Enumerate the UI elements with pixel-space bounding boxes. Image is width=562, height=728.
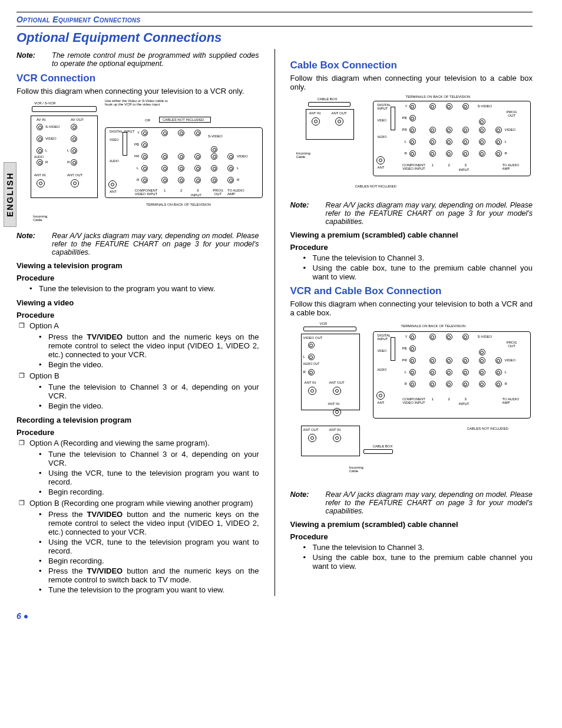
d3-cb: CABLE BOX <box>373 444 393 448</box>
running-header: Optional Equipment Connections <box>16 14 533 27</box>
d2-n1: 1 <box>432 163 434 167</box>
list-item: Begin the video. <box>48 401 259 411</box>
d1-R: R <box>45 160 48 164</box>
d2-cb-body <box>308 102 351 107</box>
list-item: Begin recording. <box>48 487 259 497</box>
d1-L3: L <box>237 166 239 170</box>
d3-jack <box>479 369 485 375</box>
view-video-heading: Viewing a video <box>16 298 259 307</box>
list-item: Using the VCR, tune to the television pr… <box>48 468 259 487</box>
d3-incoming: Incoming Cable <box>349 466 369 473</box>
left-column: Note: The remote control must be program… <box>16 49 259 596</box>
d3-audiolbl: AUDIO <box>378 368 387 371</box>
d1-incoming: Incoming Cable <box>33 215 53 222</box>
d1-jack <box>178 130 184 136</box>
d3-jack <box>409 345 416 352</box>
note-label: Note: <box>290 201 326 226</box>
diagram-vcr: VCR / S-VCR Use either the Video or S-Vi… <box>16 99 259 226</box>
d3-cb-antin: ANT IN <box>329 428 341 431</box>
d3-jack <box>308 369 315 375</box>
d3-toamp: TO AUDIO AMP <box>503 397 523 404</box>
d1-jack <box>141 165 148 172</box>
d1-vid: VIDEO <box>110 138 119 141</box>
d3-jack <box>429 357 436 364</box>
d2-jack <box>429 150 436 157</box>
d1-jack <box>227 177 234 183</box>
d1-pr: PR <box>134 154 139 158</box>
d3-jack <box>446 357 452 364</box>
d3-jack <box>333 434 341 442</box>
d1-jack <box>71 159 77 166</box>
d1-jack <box>178 153 184 160</box>
rec-a: Option A (Recording and viewing the same… <box>16 438 259 448</box>
d3-L2: L <box>405 370 406 374</box>
diagram-vcr-cable: VCR VIDEO OUT L AUDIO OUT R ANT IN ANT O… <box>290 321 533 485</box>
d1-Rrow: R <box>137 178 139 182</box>
d1-jack <box>227 165 234 172</box>
d2-jack <box>495 150 502 157</box>
d3-jack <box>446 381 452 387</box>
d1-jack <box>178 177 184 183</box>
d3-vlabel: VIDEO <box>505 358 516 362</box>
d1-jack <box>161 153 168 160</box>
d2-jack <box>462 103 469 110</box>
d3-jack <box>409 369 416 375</box>
d3-jack <box>409 381 416 387</box>
d2-jack <box>429 103 436 110</box>
premium-heading-2: Viewing a premium (scrambled) cable chan… <box>290 520 533 529</box>
d3-comp: COMPONENT VIDEO INPUT <box>401 397 427 404</box>
note-body: The remote control must be programmed wi… <box>52 51 259 68</box>
cable-intro: Follow this diagram when connecting your… <box>290 74 533 91</box>
d3-prog: PROG OUT <box>505 341 519 348</box>
rec-b: Option B (Recording one program while vi… <box>16 498 259 508</box>
d3-antlbl: ANT <box>378 401 385 404</box>
d1-audio: AUDIO <box>34 155 44 159</box>
d2-dslot <box>391 107 395 130</box>
d1-jack <box>37 136 43 142</box>
d2-L2: L <box>505 140 507 143</box>
d1-jack <box>71 136 77 142</box>
d1-jack <box>141 177 148 183</box>
list-item: Begin recording. <box>48 556 259 566</box>
d3-R: R <box>303 370 306 374</box>
d1-jack <box>211 146 217 153</box>
d1-video2: VIDEO <box>237 154 248 158</box>
rule-top <box>16 12 533 12</box>
vcr-note: Note: Rear A/V jacks diagram may vary, d… <box>16 232 259 256</box>
d1-terms: TERMINALS ON BACK OF TELEVISION <box>146 203 211 206</box>
language-tab: ENGLISH <box>4 162 16 227</box>
d1-vcr-label: VCR / S-VCR <box>34 101 55 105</box>
d1-avout: AV OUT <box>71 118 84 121</box>
d2-y: Y <box>405 104 408 108</box>
rec-b-label: Option B (Recording one program while vi… <box>29 498 259 508</box>
d3-antin2: ANT IN <box>328 402 340 406</box>
d3-y: Y <box>405 335 408 338</box>
d3-ant <box>376 391 385 400</box>
cable-note: Note: Rear A/V jacks diagram may vary, d… <box>290 201 533 226</box>
list-item: Tune the television to Channel 3. <box>313 253 533 263</box>
option-b: Option B <box>16 371 259 381</box>
d3-jack <box>446 334 452 340</box>
d3-jack <box>462 381 469 387</box>
procedure-heading: Procedure <box>16 311 259 319</box>
d3-jack <box>479 381 485 387</box>
d1-jack <box>211 177 217 183</box>
d3-pr: PR <box>402 358 407 362</box>
d2-jack <box>409 103 416 110</box>
d3-n2: 2 <box>448 397 450 401</box>
d3-n1: 1 <box>432 397 434 401</box>
cable-heading: Cable Box Connection <box>290 60 533 71</box>
list-item: Tune the television to Channel 3 or 4, d… <box>48 382 259 401</box>
option-a-label: Option A <box>29 321 259 331</box>
list-item: Press the TV/VIDEO button and the numeri… <box>48 566 259 585</box>
procedure-heading: Procedure <box>16 274 259 282</box>
intro-note: Note: The remote control must be program… <box>16 51 259 68</box>
d3-vcr: VCR <box>320 322 328 325</box>
d2-jack <box>446 139 452 145</box>
d1-jack <box>161 165 168 172</box>
rec-a-label: Option A (Recording and viewing the same… <box>29 438 259 448</box>
d2-jack <box>479 150 485 157</box>
d2-input: INPUT <box>459 168 470 172</box>
d1-ant <box>108 180 117 189</box>
d2-antin: ANT IN <box>309 111 321 115</box>
